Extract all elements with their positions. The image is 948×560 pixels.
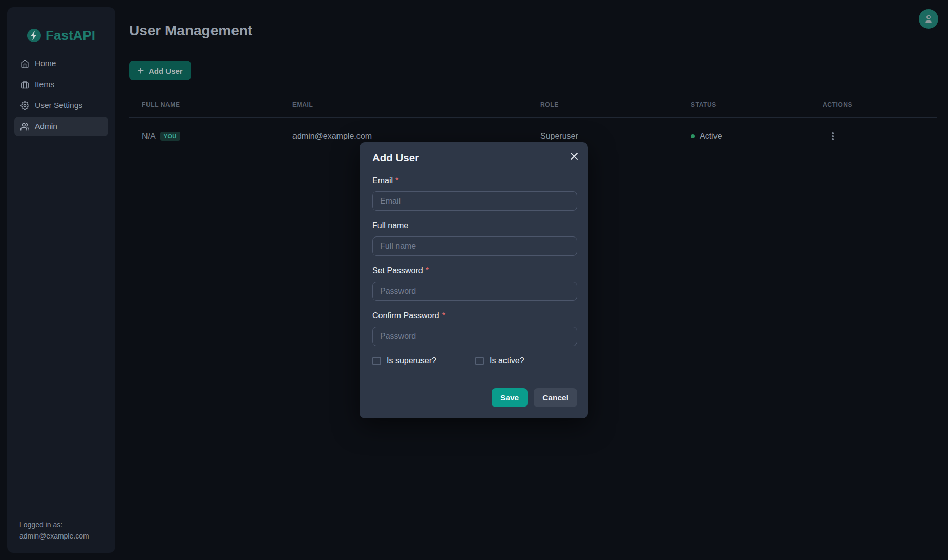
is-superuser-label: Is superuser? (387, 356, 436, 365)
sidebar: FastAPI Home Items User Settings (7, 7, 115, 553)
required-asterisk: * (442, 311, 445, 320)
briefcase-icon (20, 80, 29, 89)
is-active-checkbox[interactable] (475, 357, 484, 365)
sidebar-item-label: Items (35, 80, 54, 89)
logged-in-as-email: admin@example.com (19, 530, 89, 542)
kebab-menu-icon (832, 132, 834, 134)
app-logo: FastAPI (7, 28, 115, 43)
modal-checkbox-row: Is superuser? Is active? (372, 356, 577, 365)
sidebar-nav: Home Items User Settings Admin (7, 54, 115, 136)
required-asterisk: * (426, 266, 429, 275)
add-user-button[interactable]: Add User (129, 61, 191, 80)
page-title: User Management (129, 23, 252, 39)
column-header-actions: ACTIONS (810, 92, 937, 117)
is-active-checkbox-group[interactable]: Is active? (475, 356, 524, 365)
status-value: Active (700, 132, 722, 141)
cell-actions (810, 118, 937, 155)
row-actions-menu-button[interactable] (829, 129, 837, 143)
logged-in-as: Logged in as: admin@example.com (19, 519, 89, 542)
column-header-role: ROLE (528, 92, 678, 117)
user-menu-button[interactable] (919, 9, 938, 29)
set-password-field-label: Set Password* (372, 266, 577, 275)
sidebar-item-admin[interactable]: Admin (14, 117, 108, 136)
column-header-email: EMAIL (280, 92, 528, 117)
active-status-dot (691, 134, 695, 138)
app-logo-text: FastAPI (46, 28, 95, 44)
is-superuser-checkbox-group[interactable]: Is superuser? (372, 356, 475, 365)
you-badge: YOU (160, 132, 180, 141)
sidebar-item-home[interactable]: Home (14, 54, 108, 73)
sidebar-item-label: User Settings (35, 101, 82, 110)
confirm-password-input[interactable] (372, 327, 577, 346)
save-button[interactable]: Save (492, 388, 528, 407)
gear-icon (20, 101, 29, 110)
email-field-label: Email* (372, 176, 577, 185)
is-superuser-checkbox[interactable] (372, 357, 381, 365)
cell-status: Active (678, 118, 810, 155)
full-name-value: N/A (142, 132, 156, 141)
sidebar-item-user-settings[interactable]: User Settings (14, 96, 108, 115)
full-name-input[interactable] (372, 236, 577, 256)
add-user-modal: Add User Email* Full name Set Password* … (360, 142, 588, 418)
column-header-status: STATUS (678, 92, 810, 117)
sidebar-item-items[interactable]: Items (14, 75, 108, 94)
required-asterisk: * (395, 176, 398, 185)
fastapi-lightning-logo-icon (27, 29, 41, 42)
users-table-header: FULL NAME EMAIL ROLE STATUS ACTIONS (129, 92, 937, 118)
confirm-password-field-label: Confirm Password* (372, 311, 577, 320)
users-icon (20, 122, 29, 131)
column-header-full-name: FULL NAME (129, 92, 280, 117)
full-name-field-label: Full name (372, 221, 577, 230)
home-icon (20, 59, 29, 68)
plus-icon (137, 67, 144, 74)
add-user-button-label: Add User (149, 67, 183, 75)
is-active-label: Is active? (490, 356, 524, 365)
user-avatar-icon (923, 13, 934, 25)
sidebar-item-label: Home (35, 59, 56, 68)
modal-actions: Save Cancel (372, 388, 577, 407)
modal-close-button[interactable] (566, 148, 582, 164)
sidebar-item-label: Admin (35, 122, 57, 131)
modal-title: Add User (372, 152, 577, 164)
cancel-button[interactable]: Cancel (534, 388, 577, 407)
password-input[interactable] (372, 282, 577, 301)
logged-in-as-label: Logged in as: (19, 519, 89, 530)
cell-full-name: N/A YOU (129, 118, 280, 155)
email-input[interactable] (372, 191, 577, 211)
close-icon (570, 152, 578, 160)
